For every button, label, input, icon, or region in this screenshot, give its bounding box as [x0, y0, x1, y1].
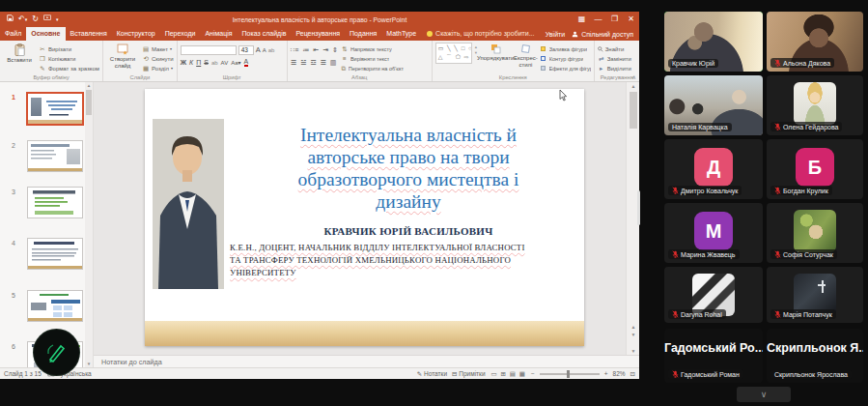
tab-animations[interactable]: Анімація — [200, 27, 237, 41]
participant-tile[interactable]: М Марина Жвавець — [664, 203, 763, 263]
tab-view[interactable]: Подання — [345, 27, 381, 41]
normal-view-button[interactable]: ▭ — [490, 370, 498, 377]
participant-tile[interactable]: Д Дмитро Ковальчук — [664, 139, 763, 199]
format-painter-button[interactable]: ✎Формат за зразком — [39, 64, 99, 72]
participant-tile[interactable]: Олена Гейдарова — [767, 75, 863, 135]
line-spacing-icon[interactable]: ⇕ — [332, 46, 338, 54]
slide[interactable]: Інтелектуальна власність й авторське пра… — [145, 89, 584, 346]
slide-sorter-view-button[interactable]: ⊞ — [500, 370, 507, 377]
align-left-icon[interactable]: ☰ — [291, 59, 296, 67]
reset-button[interactable]: ⟲Скинути — [142, 54, 174, 63]
tab-mathtype[interactable]: MathType — [381, 27, 421, 41]
participant-tile[interactable]: Марія Потапчук — [767, 267, 863, 323]
arrange-button[interactable]: Упорядкувати — [480, 43, 511, 62]
collapse-ribbon-icon[interactable]: ∧ — [632, 73, 636, 80]
notes-toggle[interactable]: ✎ Нотатки — [417, 370, 447, 378]
copy-button[interactable]: ❐Копіювати — [39, 54, 99, 63]
gallery-scroll-down-button[interactable]: ∨ — [737, 387, 791, 402]
section-button[interactable]: ▦Розділ ▾ — [142, 64, 174, 72]
ribbon-display-options-button[interactable]: ▦ — [574, 12, 590, 27]
text-direction-button[interactable]: ⇅Напрямок тексту — [341, 44, 405, 53]
slide-thumbnail-4[interactable] — [27, 238, 83, 270]
participant-tile[interactable]: Наталія Карвацка — [664, 75, 763, 135]
undo-icon[interactable]: ↶▾ — [18, 12, 27, 27]
character-spacing-button[interactable]: AV — [221, 60, 229, 66]
sign-in-button[interactable]: Увійти — [546, 31, 565, 38]
participant-tile[interactable]: Альона Дякова — [767, 12, 863, 72]
participant-tile[interactable]: Скрипльонок Я... Скрипльонок Ярослава — [767, 329, 863, 383]
change-case-button[interactable]: Aa▾ — [231, 59, 240, 66]
shape-effects-button[interactable]: Ефекти для фігур — [541, 64, 591, 72]
shapes-gallery-scroll[interactable]: ▴▾ — [475, 43, 477, 56]
annotation-pencil-button[interactable] — [34, 330, 79, 375]
tab-transitions[interactable]: Переходи — [160, 27, 201, 41]
panel-resize-handle[interactable] — [637, 190, 640, 225]
strikethrough-button[interactable]: S — [204, 59, 209, 66]
select-button[interactable]: ▸Виділити — [598, 64, 631, 72]
zoom-out-button[interactable]: − — [531, 370, 535, 377]
clear-formatting-button[interactable]: ab — [268, 47, 275, 53]
tell-me-box[interactable]: Скажіть, що потрібно зробити... — [421, 27, 540, 41]
tab-home[interactable]: Основне — [26, 27, 65, 41]
cut-button[interactable]: ✂Вирізати — [39, 44, 99, 53]
underline-button[interactable]: П — [196, 59, 201, 66]
align-right-icon[interactable]: ☲ — [310, 59, 316, 67]
bold-button[interactable]: Ж — [181, 59, 186, 66]
fit-to-window-button[interactable]: ⊡ — [630, 370, 635, 378]
zoom-slider[interactable] — [540, 373, 600, 375]
convert-smartart-button[interactable]: ⧉Перетворити на об'єкт SmartArt — [341, 64, 405, 72]
scroll-up-icon[interactable]: ▲ — [627, 83, 640, 89]
italic-button[interactable]: К — [189, 59, 193, 66]
justify-icon[interactable]: ☰ — [321, 59, 326, 67]
comments-toggle[interactable]: ⊟ Примітки — [452, 370, 486, 378]
slide-thumbnail-2[interactable] — [27, 140, 83, 172]
new-slide-button[interactable]: Створити слайд — [106, 43, 139, 70]
zoom-in-button[interactable]: + — [604, 370, 608, 377]
tab-design[interactable]: Конструктор — [112, 27, 160, 41]
participant-tile[interactable]: Кравчик Юрій — [664, 12, 763, 72]
tab-file[interactable]: Файл — [0, 27, 26, 41]
increase-indent-icon[interactable]: ⇥ — [322, 46, 328, 54]
decrease-indent-icon[interactable]: ⇤ — [313, 46, 319, 54]
slideshow-view-button[interactable]: ▦ — [518, 370, 526, 377]
align-center-icon[interactable]: ☱ — [300, 59, 306, 67]
grow-font-button[interactable]: А — [256, 45, 261, 54]
slide-thumbnail-5[interactable] — [27, 290, 83, 322]
scrollbar-thumb[interactable] — [630, 92, 637, 129]
layout-button[interactable]: ▤Макет ▾ — [142, 44, 174, 53]
align-text-button[interactable]: ≡Вирівняти текст — [341, 54, 405, 63]
slide-canvas[interactable]: Інтелектуальна власність й авторське пра… — [94, 82, 626, 355]
restore-button[interactable]: ❐ — [606, 12, 623, 27]
redo-icon[interactable]: ↻ — [32, 12, 39, 27]
numbering-icon[interactable]: ≔ — [302, 46, 309, 54]
shape-fill-button[interactable]: Заливка фігури — [541, 44, 591, 53]
next-slide-icon[interactable]: ▼ — [627, 332, 640, 337]
participant-tile[interactable]: Гадомський Ро... Гадомський Роман — [664, 329, 763, 383]
tab-review[interactable]: Рецензування — [291, 27, 345, 41]
font-color-button[interactable]: A — [244, 58, 249, 67]
participant-tile[interactable]: Софія Сотурчак — [767, 203, 863, 263]
paste-button[interactable]: Вставити — [3, 43, 36, 64]
zoom-percent[interactable]: 82% — [613, 370, 626, 377]
start-slideshow-icon[interactable] — [43, 12, 51, 27]
close-button[interactable]: ✕ — [623, 12, 639, 27]
slide-thumbnail-3[interactable] — [27, 187, 83, 218]
save-icon[interactable] — [7, 12, 14, 27]
previous-slide-icon[interactable]: ▲ — [627, 324, 640, 330]
minimize-button[interactable]: — — [590, 12, 606, 27]
scrollbar-thumb[interactable] — [86, 90, 92, 115]
share-button[interactable]: Спільний доступ — [572, 31, 633, 38]
scroll-up-icon[interactable]: ▲ — [85, 83, 93, 88]
scroll-down-icon[interactable]: ▼ — [85, 362, 93, 366]
shape-outline-button[interactable]: Контур фігури — [541, 54, 591, 63]
reading-view-button[interactable]: ▤ — [509, 370, 517, 377]
tab-insert[interactable]: Вставлення — [66, 27, 112, 41]
text-shadow-button[interactable]: ab — [211, 60, 218, 66]
shrink-font-button[interactable]: А — [263, 47, 266, 53]
font-size-select[interactable]: 43 — [238, 45, 254, 55]
customize-qat-icon[interactable]: ▾ — [56, 12, 59, 27]
slide-thumbnail-1[interactable] — [26, 92, 84, 126]
zoom-slider-thumb[interactable] — [567, 370, 570, 378]
find-button[interactable]: Знайти — [598, 44, 631, 53]
font-name-select[interactable] — [181, 45, 237, 55]
